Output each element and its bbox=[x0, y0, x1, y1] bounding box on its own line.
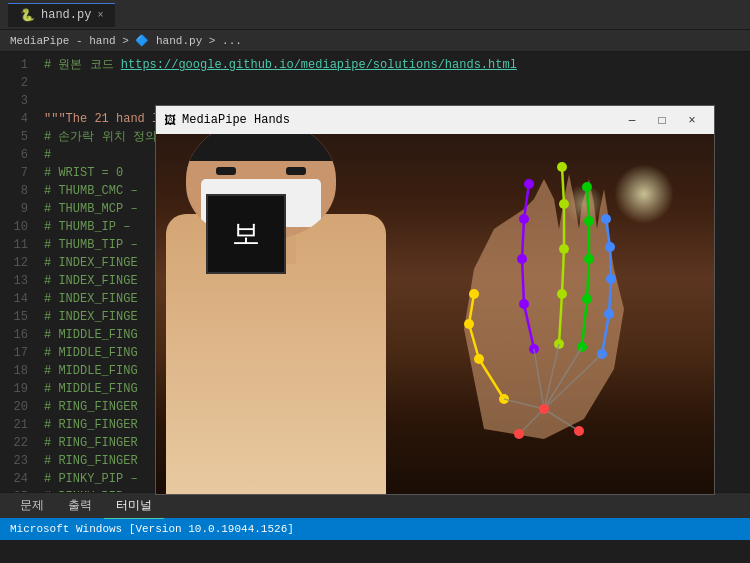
line-number: 18 bbox=[0, 362, 28, 380]
line-number: 15 bbox=[0, 308, 28, 326]
tab-terminal[interactable]: 터미널 bbox=[104, 493, 164, 519]
line-number: 24 bbox=[0, 470, 28, 488]
breadcrumb: MediaPipe - hand > 🔷 hand.py > ... bbox=[0, 30, 750, 52]
person-eye-right bbox=[286, 167, 306, 175]
tab-label: hand.py bbox=[41, 8, 91, 22]
tab-problems[interactable]: 문제 bbox=[8, 493, 56, 518]
line-number: 25 bbox=[0, 488, 28, 492]
svg-point-7 bbox=[469, 289, 479, 299]
line-number: 14 bbox=[0, 290, 28, 308]
svg-point-32 bbox=[584, 254, 594, 264]
file-icon: 🐍 bbox=[20, 8, 35, 23]
svg-point-15 bbox=[519, 214, 529, 224]
line-number: 5 bbox=[0, 128, 28, 146]
svg-point-23 bbox=[559, 244, 569, 254]
svg-marker-0 bbox=[464, 174, 624, 439]
svg-point-33 bbox=[584, 216, 594, 226]
line-number: 6 bbox=[0, 146, 28, 164]
line-number: 16 bbox=[0, 326, 28, 344]
breadcrumb-text: MediaPipe - hand > 🔷 hand.py > ... bbox=[10, 34, 242, 47]
line-number: 7 bbox=[0, 164, 28, 182]
line-number: 1 bbox=[0, 56, 28, 74]
line-number: 21 bbox=[0, 416, 28, 434]
mp-content: 보 bbox=[156, 134, 714, 494]
status-text: Microsoft Windows [Version 10.0.19044.15… bbox=[10, 523, 294, 535]
svg-point-6 bbox=[464, 319, 474, 329]
mp-window-title: MediaPipe Hands bbox=[182, 113, 290, 127]
svg-point-51 bbox=[539, 404, 549, 414]
svg-point-22 bbox=[557, 289, 567, 299]
mediapipe-window: 🖼 MediaPipe Hands – □ × bbox=[155, 105, 715, 495]
line-numbers: 1234567891011121314151617181920212223242… bbox=[0, 52, 36, 492]
line-number: 8 bbox=[0, 182, 28, 200]
svg-point-24 bbox=[559, 199, 569, 209]
mp-window-icon: 🖼 bbox=[164, 113, 176, 128]
svg-point-41 bbox=[606, 274, 616, 284]
svg-point-16 bbox=[524, 179, 534, 189]
line-number: 13 bbox=[0, 272, 28, 290]
line-number: 17 bbox=[0, 344, 28, 362]
mp-maximize-button[interactable]: □ bbox=[648, 110, 676, 130]
code-line: # 원본 코드 https://google.github.io/mediapi… bbox=[44, 56, 750, 74]
svg-point-14 bbox=[517, 254, 527, 264]
line-number: 20 bbox=[0, 398, 28, 416]
line-number: 10 bbox=[0, 218, 28, 236]
person-hair bbox=[186, 134, 336, 161]
svg-point-31 bbox=[582, 294, 592, 304]
mp-minimize-button[interactable]: – bbox=[618, 110, 646, 130]
line-number: 11 bbox=[0, 236, 28, 254]
tv-logo: 보 bbox=[206, 194, 286, 274]
mp-title-left: 🖼 MediaPipe Hands bbox=[164, 113, 290, 128]
line-number: 3 bbox=[0, 92, 28, 110]
line-number: 23 bbox=[0, 452, 28, 470]
line-number: 2 bbox=[0, 74, 28, 92]
line-number: 4 bbox=[0, 110, 28, 128]
tab-output[interactable]: 출력 bbox=[56, 493, 104, 518]
hand-landmark-svg bbox=[404, 149, 694, 469]
mp-titlebar: 🖼 MediaPipe Hands – □ × bbox=[156, 106, 714, 134]
svg-point-42 bbox=[605, 242, 615, 252]
svg-point-52 bbox=[514, 429, 524, 439]
file-tab[interactable]: 🐍 hand.py × bbox=[8, 3, 115, 27]
svg-point-5 bbox=[474, 354, 484, 364]
svg-point-40 bbox=[604, 309, 614, 319]
status-bar: Microsoft Windows [Version 10.0.19044.15… bbox=[0, 518, 750, 540]
line-number: 12 bbox=[0, 254, 28, 272]
svg-point-25 bbox=[557, 162, 567, 172]
line-number: 19 bbox=[0, 380, 28, 398]
svg-point-34 bbox=[582, 182, 592, 192]
line-number: 22 bbox=[0, 434, 28, 452]
mp-close-button[interactable]: × bbox=[678, 110, 706, 130]
person-eye-left bbox=[216, 167, 236, 175]
title-bar: 🐍 hand.py × bbox=[0, 0, 750, 30]
tv-logo-char: 보 bbox=[232, 215, 260, 253]
svg-line-20 bbox=[562, 167, 564, 204]
svg-point-13 bbox=[519, 299, 529, 309]
svg-point-43 bbox=[601, 214, 611, 224]
tab-close-button[interactable]: × bbox=[97, 10, 103, 21]
line-number: 9 bbox=[0, 200, 28, 218]
svg-point-53 bbox=[574, 426, 584, 436]
mp-controls: – □ × bbox=[618, 110, 706, 130]
bottom-tabs: 문제 출력 터미널 bbox=[0, 492, 750, 518]
code-line bbox=[44, 74, 750, 92]
